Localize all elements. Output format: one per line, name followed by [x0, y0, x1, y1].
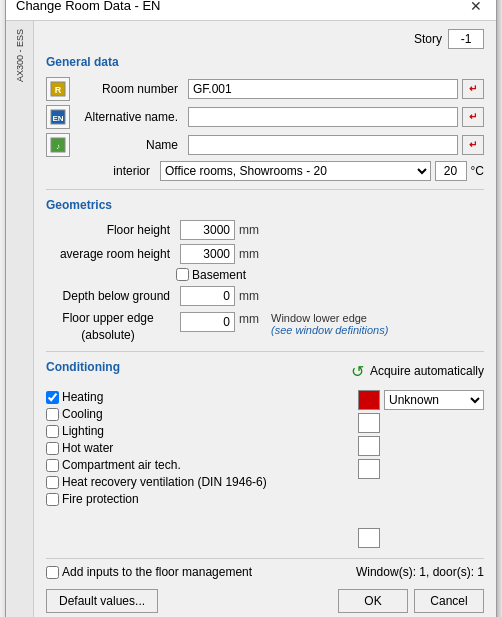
conditioning-columns: Heating Cooling Lighti [46, 390, 484, 548]
avg-room-height-row: average room height mm [46, 244, 484, 264]
fire-protection-row: Fire protection [46, 492, 350, 506]
hot-water-checkbox[interactable] [46, 442, 59, 455]
window-lower-edge-line2: (see window definitions) [271, 324, 388, 336]
sidebar-text: AX300 - ESS [15, 29, 25, 82]
dialog-title: Change Room Data - EN [16, 0, 161, 13]
compartment-air-label[interactable]: Compartment air tech. [46, 458, 350, 472]
floor-height-label: Floor height [46, 223, 176, 237]
bottom-row: Add inputs to the floor management Windo… [46, 565, 484, 579]
name-label: Name [74, 138, 184, 152]
heat-recovery-text: Heat recovery ventilation (DIN 1946-6) [62, 475, 267, 489]
floor-upper-edge-input[interactable] [180, 312, 235, 332]
floor-upper-edge-row: Floor upper edge(absolute) mm Window low… [46, 310, 484, 344]
compartment-air-row: Compartment air tech. [46, 458, 350, 472]
interior-label: interior [46, 164, 156, 178]
heating-color-row: Unknown [358, 390, 484, 410]
cooling-color-box[interactable] [358, 413, 380, 433]
window-door-info: Window(s): 1, door(s): 1 [356, 565, 484, 579]
heat-recovery-label[interactable]: Heat recovery ventilation (DIN 1946-6) [46, 475, 350, 489]
geometrics-section: Geometrics Floor height mm average room … [46, 198, 484, 344]
basement-checkbox[interactable] [176, 268, 189, 281]
floor-height-row: Floor height mm [46, 220, 484, 240]
main-content: Story General data R Room number [34, 21, 496, 617]
conditioning-section: Conditioning ↺ Acquire automatically Hea… [46, 360, 484, 548]
avg-room-height-label: average room height [46, 247, 176, 261]
story-label: Story [414, 32, 442, 46]
lighting-label[interactable]: Lighting [46, 424, 350, 438]
floor-height-unit: mm [239, 223, 259, 237]
fire-protection-label[interactable]: Fire protection [46, 492, 350, 506]
close-button[interactable]: ✕ [466, 0, 486, 14]
button-row: Default values... OK Cancel [46, 585, 484, 617]
heating-type-select[interactable]: Unknown [384, 390, 484, 410]
cooling-checkbox[interactable] [46, 408, 59, 421]
interior-temp-input[interactable] [435, 161, 467, 181]
ok-button[interactable]: OK [338, 589, 408, 613]
name-row: ♪ Name ↵ [46, 133, 484, 157]
lighting-checkbox[interactable] [46, 425, 59, 438]
add-inputs-text: Add inputs to the floor management [62, 565, 252, 579]
fire-protection-color-box[interactable] [358, 528, 380, 548]
hot-water-color-box[interactable] [358, 459, 380, 479]
depth-unit: mm [239, 289, 259, 303]
heating-row: Heating [46, 390, 350, 404]
fire-protection-checkbox[interactable] [46, 493, 59, 506]
room-number-action-btn[interactable]: ↵ [462, 79, 484, 99]
hot-water-text: Hot water [62, 441, 113, 455]
conditioning-checkboxes: Heating Cooling Lighti [46, 390, 350, 548]
add-inputs-checkbox[interactable] [46, 566, 59, 579]
floor-upper-edge-label: Floor upper edge(absolute) [62, 311, 153, 342]
lighting-color-row [358, 436, 484, 456]
compartment-air-checkbox[interactable] [46, 459, 59, 472]
acquire-row: ↺ Acquire automatically [351, 362, 484, 381]
heating-text: Heating [62, 390, 103, 404]
alt-name-input[interactable] [188, 107, 458, 127]
story-row: Story [46, 29, 484, 49]
svg-text:R: R [55, 85, 62, 95]
default-values-button[interactable]: Default values... [46, 589, 158, 613]
acquire-icon: ↺ [351, 362, 364, 381]
change-room-data-dialog: Change Room Data - EN ✕ AX300 - ESS Stor… [5, 0, 497, 617]
general-section: Story General data R Room number [46, 29, 484, 181]
general-section-title: General data [46, 55, 484, 69]
title-bar: Change Room Data - EN ✕ [6, 0, 496, 21]
name-input[interactable] [188, 135, 458, 155]
conditioning-header: Conditioning ↺ Acquire automatically [46, 360, 484, 382]
name-action-btn[interactable]: ↵ [462, 135, 484, 155]
content-area: AX300 - ESS Story General data R [6, 21, 496, 617]
heating-label[interactable]: Heating [46, 390, 350, 404]
ok-cancel-buttons: OK Cancel [338, 589, 484, 613]
hot-water-label[interactable]: Hot water [46, 441, 350, 455]
basement-label: Basement [192, 268, 246, 282]
fire-protection-text: Fire protection [62, 492, 139, 506]
conditioning-title: Conditioning [46, 360, 120, 374]
acquire-label: Acquire automatically [370, 364, 484, 378]
alt-name-row: EN Alternative name. ↵ [46, 105, 484, 129]
geometrics-title: Geometrics [46, 198, 484, 212]
depth-below-ground-input[interactable] [180, 286, 235, 306]
basement-checkbox-label[interactable]: Basement [176, 268, 246, 282]
alt-name-icon: EN [46, 105, 70, 129]
heat-recovery-row: Heat recovery ventilation (DIN 1946-6) [46, 475, 350, 489]
cancel-button[interactable]: Cancel [414, 589, 484, 613]
window-note: Window lower edge (see window definition… [271, 312, 388, 336]
story-input[interactable] [448, 29, 484, 49]
avg-room-height-input[interactable] [180, 244, 235, 264]
basement-row: Basement [176, 268, 484, 282]
conditioning-color-boxes: Unknown [358, 390, 484, 548]
hot-water-color-row [358, 459, 484, 479]
interior-select[interactable]: Office rooms, Showrooms - 20 [160, 161, 431, 181]
heating-checkbox[interactable] [46, 391, 59, 404]
lighting-color-box[interactable] [358, 436, 380, 456]
cooling-color-row [358, 413, 484, 433]
window-lower-edge-line1: Window lower edge [271, 312, 388, 324]
heat-recovery-checkbox[interactable] [46, 476, 59, 489]
cooling-label[interactable]: Cooling [46, 407, 350, 421]
floor-height-input[interactable] [180, 220, 235, 240]
room-number-input[interactable] [188, 79, 458, 99]
alt-name-action-btn[interactable]: ↵ [462, 107, 484, 127]
lighting-text: Lighting [62, 424, 104, 438]
add-inputs-label[interactable]: Add inputs to the floor management [46, 565, 252, 579]
heating-color-box[interactable] [358, 390, 380, 410]
room-number-icon: R [46, 77, 70, 101]
